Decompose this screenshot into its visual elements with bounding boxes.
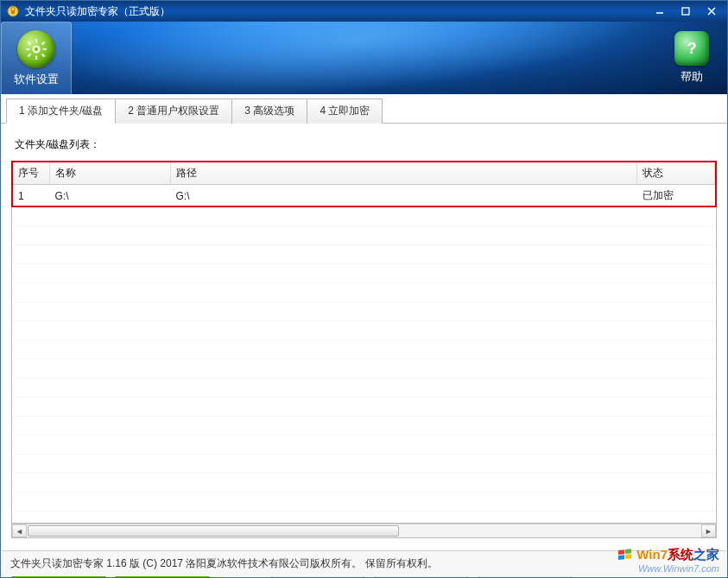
svg-rect-17 xyxy=(618,549,624,555)
svg-rect-3 xyxy=(682,8,689,15)
scroll-left-arrow[interactable]: ◄ xyxy=(12,524,27,537)
settings-label: 软件设置 xyxy=(14,72,59,87)
svg-rect-13 xyxy=(28,53,32,57)
svg-rect-10 xyxy=(43,48,47,49)
cell-number: 1 xyxy=(13,185,49,207)
horizontal-scrollbar[interactable]: ◄ ► xyxy=(11,524,717,538)
watermark-url: Www.Winwin7.com xyxy=(617,563,719,575)
svg-rect-1 xyxy=(11,10,15,14)
maximize-button[interactable] xyxy=(674,3,698,19)
svg-rect-20 xyxy=(625,554,631,559)
watermark: Win7系统之家 Www.Winwin7.com xyxy=(617,548,719,575)
gear-icon xyxy=(17,30,55,68)
help-icon: ? xyxy=(674,31,709,66)
svg-rect-19 xyxy=(618,555,624,560)
watermark-part1: Win7 xyxy=(636,547,668,562)
minimize-button[interactable] xyxy=(648,3,672,19)
scroll-thumb[interactable] xyxy=(28,525,399,537)
status-bar: 文件夹只读加密专家 1.16 版 (C) 2017 洛阳夏冰软件技术有限公司版权… xyxy=(2,550,726,576)
cell-status: 已加密 xyxy=(637,185,715,207)
tab-label: 1 添加文件夹/磁盘 xyxy=(19,105,103,117)
close-button[interactable] xyxy=(700,3,724,19)
tab-encrypt-now[interactable]: 4 立即加密 xyxy=(307,98,383,124)
help-label: 帮助 xyxy=(681,69,703,85)
tab-label: 2 普通用户权限设置 xyxy=(128,105,219,117)
tab-bar: 1 添加文件夹/磁盘 2 普通用户权限设置 3 高级选项 4 立即加密 xyxy=(1,94,727,124)
svg-rect-9 xyxy=(26,48,29,49)
watermark-part3: 之家 xyxy=(693,547,719,562)
svg-text:?: ? xyxy=(687,39,696,57)
tab-user-permission[interactable]: 2 普通用户权限设置 xyxy=(115,98,232,124)
svg-rect-7 xyxy=(35,39,37,42)
windows-flag-icon xyxy=(617,548,635,563)
table-header-row: 序号 名称 路径 状态 xyxy=(13,162,715,185)
tab-label: 3 高级选项 xyxy=(244,105,294,117)
svg-rect-12 xyxy=(41,53,46,57)
table-row[interactable]: 1 G:\ G:\ 已加密 xyxy=(13,185,715,207)
header-toolbar: 软件设置 ? 帮助 xyxy=(1,22,727,94)
cell-name: G:\ xyxy=(49,185,170,207)
col-path[interactable]: 路径 xyxy=(170,162,637,185)
window-title: 文件夹只读加密专家（正式版） xyxy=(25,4,170,19)
folder-disk-table[interactable]: 序号 名称 路径 状态 1 G:\ G:\ 已加密 xyxy=(13,162,715,206)
help-button[interactable]: ? 帮助 xyxy=(656,22,727,94)
scroll-track[interactable] xyxy=(27,524,701,537)
watermark-part2: 系统 xyxy=(668,547,693,562)
app-icon xyxy=(6,4,20,18)
main-panel: 文件夹/磁盘列表： 序号 名称 路径 状态 1 G:\ G:\ 已加密 xyxy=(1,124,727,538)
col-name[interactable]: 名称 xyxy=(49,162,170,185)
title-bar: 文件夹只读加密专家（正式版） xyxy=(1,1,727,22)
col-number[interactable]: 序号 xyxy=(13,162,49,185)
tab-label: 4 立即加密 xyxy=(320,105,370,117)
settings-button[interactable]: 软件设置 xyxy=(1,22,72,94)
svg-rect-14 xyxy=(41,41,46,45)
cell-path: G:\ xyxy=(170,185,637,207)
svg-point-15 xyxy=(35,48,38,51)
svg-rect-18 xyxy=(625,549,631,554)
tab-advanced-options[interactable]: 3 高级选项 xyxy=(231,98,307,124)
status-text: 文件夹只读加密专家 1.16 版 (C) 2017 洛阳夏冰软件技术有限公司版权… xyxy=(10,556,438,571)
svg-rect-11 xyxy=(28,41,32,45)
scroll-right-arrow[interactable]: ► xyxy=(701,524,716,537)
tab-add-folder-disk[interactable]: 1 添加文件夹/磁盘 xyxy=(6,98,116,124)
list-title: 文件夹/磁盘列表： xyxy=(15,137,717,152)
table-empty-area xyxy=(11,207,717,524)
highlighted-table-region: 序号 名称 路径 状态 1 G:\ G:\ 已加密 xyxy=(11,161,717,207)
svg-rect-8 xyxy=(35,55,37,59)
col-status[interactable]: 状态 xyxy=(637,162,715,185)
